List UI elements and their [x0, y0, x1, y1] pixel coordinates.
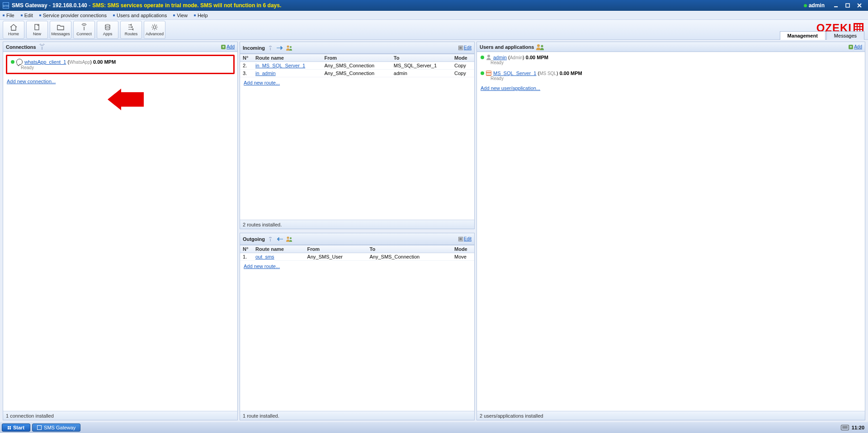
- tab-messages[interactable]: Messages: [826, 31, 864, 40]
- status-dot-icon: [481, 71, 484, 75]
- user-status: Ready: [491, 60, 861, 65]
- connection-item[interactable]: whatsApp_client_1 (WhatsApp) 0.00 MPM Re…: [6, 55, 235, 74]
- toolbar-home-button[interactable]: Home: [3, 21, 24, 39]
- user-item[interactable]: admin (Admin) 0.00 MPM Ready: [477, 52, 865, 68]
- menu-edit[interactable]: Edit: [21, 13, 33, 18]
- incoming-panel: Incoming ▣ Edit N° Route name From To Mo…: [240, 42, 475, 229]
- table-row[interactable]: 3. in_admin Any_SMS_Connection admin Cop…: [240, 70, 474, 77]
- col-no: N°: [240, 245, 253, 253]
- connections-footer: 1 connection installed: [3, 411, 237, 420]
- maximize-button[interactable]: [842, 1, 854, 9]
- titlebar: sms SMS Gateway - 192.168.0.140 - SMS: S…: [0, 0, 868, 11]
- antenna-icon: [80, 24, 88, 31]
- toolbar-apps-button[interactable]: Apps: [97, 21, 118, 39]
- user-name-link[interactable]: admin: [493, 55, 507, 60]
- outgoing-routes-table: N° Route name From To Mode 1. out_sms An…: [240, 245, 474, 261]
- database-icon: [486, 71, 491, 76]
- outgoing-footer: 1 route installed.: [240, 411, 474, 420]
- user-type: Admin: [510, 55, 523, 60]
- edit-incoming-link[interactable]: Edit: [464, 45, 472, 50]
- route-link[interactable]: in_admin: [255, 71, 276, 76]
- arrow-left-icon: [276, 236, 284, 242]
- tab-management[interactable]: Management: [780, 31, 826, 40]
- toolbar-messages-button[interactable]: Messages: [50, 21, 71, 39]
- menubar: File Edit Service provider connections U…: [0, 11, 868, 20]
- col-from: From: [322, 54, 391, 62]
- antenna-icon: [38, 44, 46, 50]
- svg-point-9: [287, 236, 289, 239]
- current-user[interactable]: admin: [809, 2, 825, 9]
- app-icon: sms: [3, 2, 9, 9]
- status-dot-icon: [481, 56, 484, 59]
- add-new-incoming-route-link[interactable]: Add new route...: [244, 80, 280, 85]
- svg-rect-1: [846, 4, 849, 7]
- users-icon: [286, 45, 293, 51]
- col-name: Route name: [253, 245, 305, 253]
- plus-icon: +: [849, 45, 853, 49]
- svg-point-7: [287, 45, 289, 47]
- trial-notice: SMS: SMS services operate in trial mode.…: [92, 2, 281, 9]
- antenna-icon: [267, 236, 274, 242]
- gear-icon: [151, 24, 159, 31]
- app-icon: [37, 425, 42, 430]
- menu-service-provider-connections[interactable]: Service provider connections: [39, 13, 107, 18]
- edit-icon: ▣: [458, 46, 463, 50]
- start-button[interactable]: Start: [2, 424, 30, 432]
- home-icon: [9, 24, 18, 31]
- incoming-routes-table: N° Route name From To Mode 2. in_MS_SQL_…: [240, 54, 474, 77]
- database-icon: [104, 24, 112, 31]
- connection-status: Ready: [21, 65, 230, 70]
- col-to: To: [367, 245, 452, 253]
- svg-point-11: [537, 44, 540, 47]
- add-new-outgoing-route-link[interactable]: Add new route...: [244, 264, 280, 269]
- toolbar-routes-button[interactable]: Routes: [120, 21, 142, 39]
- svg-point-6: [153, 26, 156, 28]
- toolbar: Home New Messages Connect Apps Routes Ad…: [0, 20, 868, 40]
- col-mode: Mode: [452, 245, 474, 253]
- svg-point-8: [290, 46, 292, 48]
- user-name-link[interactable]: MS_SQL_Server_1: [493, 71, 536, 76]
- connection-mpm: 0.00 MPM: [93, 59, 116, 65]
- edit-outgoing-link[interactable]: Edit: [464, 236, 472, 241]
- add-connection-link[interactable]: Add: [226, 44, 235, 49]
- col-no: N°: [240, 54, 253, 62]
- route-link[interactable]: in_MS_SQL_Server_1: [255, 63, 305, 68]
- app-title: SMS Gateway: [12, 2, 47, 9]
- user-mpm: 0.00 MPM: [560, 71, 582, 76]
- toolbar-advanced-button[interactable]: Advanced: [144, 21, 165, 39]
- keyboard-icon[interactable]: [841, 425, 849, 430]
- toolbar-new-button[interactable]: New: [26, 21, 48, 39]
- folder-icon: [57, 24, 65, 31]
- col-to: To: [391, 54, 452, 62]
- connection-type: WhatsApp: [69, 60, 90, 65]
- users-panel: Users and applications + Add admin (Admi…: [476, 42, 865, 420]
- add-new-user-link[interactable]: Add new user/application...: [481, 85, 540, 91]
- svg-point-5: [105, 24, 110, 26]
- users-icon: [536, 43, 545, 51]
- clock: 11:20: [852, 425, 864, 430]
- taskbar-app-button[interactable]: SMS Gateway: [32, 424, 80, 432]
- user-item[interactable]: MS_SQL_Server_1 (MS SQL) 0.00 MPM Ready: [477, 68, 865, 84]
- close-button[interactable]: [854, 1, 865, 9]
- minimize-button[interactable]: [830, 1, 842, 9]
- incoming-header: Incoming ▣ Edit: [240, 42, 474, 54]
- routes-panels: Incoming ▣ Edit N° Route name From To Mo…: [240, 42, 475, 420]
- add-user-link[interactable]: Add: [854, 44, 862, 49]
- outgoing-header: Outgoing ▣ Edit: [240, 233, 474, 245]
- route-link[interactable]: out_sms: [255, 254, 274, 259]
- table-row[interactable]: 2. in_MS_SQL_Server_1 Any_SMS_Connection…: [240, 62, 474, 70]
- status-dot-icon: [11, 60, 14, 64]
- users-header: Users and applications + Add: [477, 42, 865, 52]
- menu-view[interactable]: View: [173, 13, 188, 18]
- start-icon: [8, 426, 11, 429]
- menu-help[interactable]: Help: [194, 13, 208, 18]
- users-icon: [286, 236, 293, 242]
- menu-users-and-applications[interactable]: Users and applications: [113, 13, 167, 18]
- menu-file[interactable]: File: [3, 13, 14, 18]
- connections-header: Connections + Add: [3, 42, 237, 52]
- toolbar-connect-button[interactable]: Connect: [73, 21, 95, 39]
- add-new-connection-link[interactable]: Add new connection...: [7, 79, 56, 84]
- outgoing-panel: Outgoing ▣ Edit N° Route name From To Mo…: [240, 233, 475, 420]
- connection-name-link[interactable]: whatsApp_client_1: [24, 59, 66, 65]
- table-row[interactable]: 1. out_sms Any_SMS_User Any_SMS_Connecti…: [240, 253, 474, 261]
